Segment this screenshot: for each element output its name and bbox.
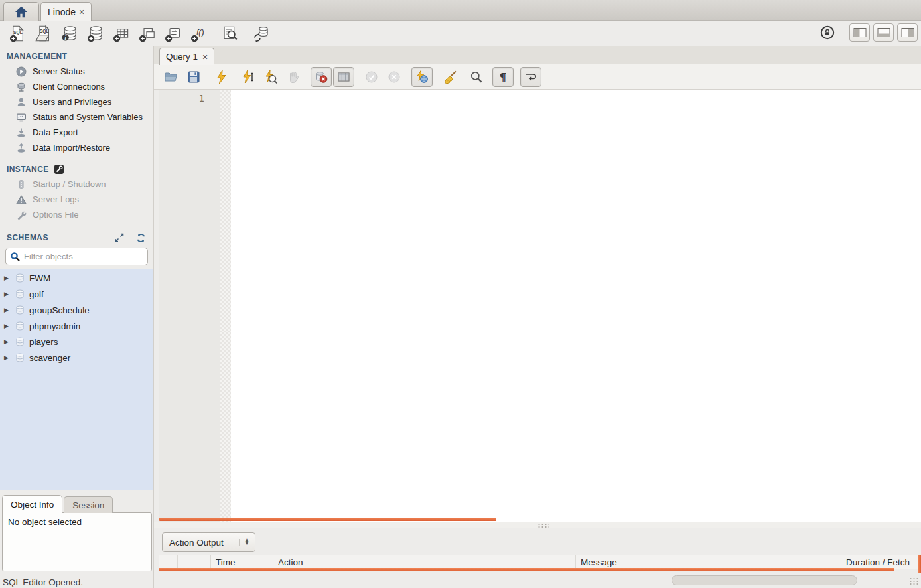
database-migration-button[interactable] xyxy=(248,23,274,44)
schema-inspector-button[interactable]: i xyxy=(56,23,82,44)
sidebar-item-options-file[interactable]: Options File xyxy=(0,207,153,222)
execute-button[interactable] xyxy=(211,67,232,87)
beautify-button[interactable] xyxy=(439,67,460,87)
schema-row-players[interactable]: ▶ players xyxy=(0,334,153,350)
toggle-left-sidebar-button[interactable] xyxy=(849,23,870,42)
tab-query-1[interactable]: Query 1 × xyxy=(159,48,214,65)
column-header-action[interactable]: Action xyxy=(273,555,576,569)
tab-object-info[interactable]: Object Info xyxy=(2,495,62,513)
instance-title-label: INSTANCE xyxy=(7,165,49,174)
rollback-button[interactable] xyxy=(384,67,405,87)
connection-tab-linode[interactable]: Linode × xyxy=(40,2,92,21)
sidebar-item-client-connections[interactable]: Client Connections xyxy=(0,79,153,94)
open-file-button[interactable] xyxy=(161,67,182,87)
create-view-button[interactable] xyxy=(134,23,160,44)
sidebar-item-data-import[interactable]: Data Import/Restore xyxy=(0,140,153,155)
schema-row-groupschedule[interactable]: ▶ groupSchedule xyxy=(0,302,153,318)
sidebar-item-users-privileges[interactable]: Users and Privileges xyxy=(0,94,153,110)
create-function-button[interactable]: f() xyxy=(186,23,212,44)
output-splitter[interactable] xyxy=(154,522,921,528)
save-script-button[interactable] xyxy=(183,67,204,87)
output-view-selector[interactable]: Action Output ▲▼ xyxy=(162,532,255,552)
schema-row-fwm[interactable]: ▶ FWM xyxy=(0,270,153,286)
create-procedure-button[interactable] xyxy=(160,23,186,44)
tab-session-label: Session xyxy=(72,500,104,510)
toggle-stop-on-error-button[interactable] xyxy=(311,67,332,87)
find-button[interactable] xyxy=(466,67,487,87)
execute-current-button[interactable] xyxy=(238,67,259,87)
chevron-right-icon[interactable]: ▶ xyxy=(4,291,11,297)
toolbar-right-controls xyxy=(819,23,918,42)
column-header-status[interactable] xyxy=(159,555,178,569)
explain-button[interactable] xyxy=(260,67,281,87)
query-tab-label: Query 1 xyxy=(166,52,198,62)
client-connections-icon xyxy=(16,82,27,92)
column-header-message[interactable]: Message xyxy=(576,555,841,569)
search-data-icon xyxy=(221,25,239,42)
filter-search-icon xyxy=(10,252,21,262)
toggle-invisibles-button[interactable]: ¶ xyxy=(492,67,514,87)
open-sql-script-button[interactable]: SQL xyxy=(31,23,56,44)
search-data-button[interactable] xyxy=(217,23,243,44)
toggle-right-sidebar-button[interactable] xyxy=(897,23,918,42)
open-sql-script-icon: SQL xyxy=(35,25,52,42)
chevron-right-icon[interactable]: ▶ xyxy=(4,338,11,345)
toggle-bottom-panel-button[interactable] xyxy=(873,23,894,42)
sidebar-item-label: Status and System Variables xyxy=(33,112,143,122)
fold-margin xyxy=(220,90,231,522)
schema-row-golf[interactable]: ▶ golf xyxy=(0,286,153,302)
save-icon xyxy=(186,70,201,84)
new-sql-tab-button[interactable]: SQL xyxy=(5,23,31,44)
schema-db-icon xyxy=(15,305,25,315)
chevron-right-icon[interactable]: ▶ xyxy=(4,323,11,329)
instance-section-title: INSTANCE xyxy=(7,163,153,175)
close-icon[interactable]: × xyxy=(202,52,208,62)
window-resize-grip[interactable] xyxy=(909,577,919,585)
tab-session[interactable]: Session xyxy=(64,496,113,513)
column-header-time[interactable]: Time xyxy=(211,555,273,569)
schema-tree: ▶ FWM ▶ golf ▶ xyxy=(0,269,153,490)
sql-editor[interactable]: 1 xyxy=(159,90,921,522)
sidebar-item-system-variables[interactable]: Status and System Variables xyxy=(0,110,153,125)
rollback-x-icon xyxy=(387,70,401,84)
close-icon[interactable]: × xyxy=(79,7,84,17)
chevron-right-icon[interactable]: ▶ xyxy=(4,354,11,361)
splitter-grip[interactable] xyxy=(537,523,549,528)
home-tab[interactable] xyxy=(3,2,39,21)
pilcrow-icon: ¶ xyxy=(500,70,507,84)
sidebar-item-startup-shutdown[interactable]: Startup / Shutdown xyxy=(0,177,153,192)
output-vertical-scrollbar[interactable] xyxy=(918,555,921,573)
create-schema-button[interactable] xyxy=(82,23,108,44)
sidebar-item-label: Server Status xyxy=(33,66,85,76)
refresh-icon[interactable] xyxy=(136,233,146,243)
schema-label: groupSchedule xyxy=(29,305,90,315)
schema-db-icon xyxy=(15,321,25,331)
commit-button[interactable] xyxy=(361,67,382,87)
chevron-right-icon[interactable]: ▶ xyxy=(4,275,11,281)
sidebar-item-data-export[interactable]: Data Export xyxy=(0,125,153,140)
column-header-index[interactable] xyxy=(178,555,211,569)
toggle-wrap-button[interactable] xyxy=(520,67,541,87)
bottom-scrollbar-thumb[interactable] xyxy=(672,575,857,585)
schema-filter-input[interactable] xyxy=(24,252,143,261)
schema-row-phpmyadmin[interactable]: ▶ phpmyadmin xyxy=(0,318,153,334)
beautify-broom-icon xyxy=(443,70,457,84)
sidebar-item-server-logs[interactable]: Server Logs xyxy=(0,192,153,207)
chevron-right-icon[interactable]: ▶ xyxy=(4,307,11,313)
tab-object-info-label: Object Info xyxy=(11,500,54,510)
schema-inspector-icon: i xyxy=(60,25,78,42)
editor-horizontal-scrollbar[interactable] xyxy=(159,518,496,521)
expand-panel-icon[interactable] xyxy=(115,233,124,242)
stop-button[interactable] xyxy=(283,67,304,87)
create-table-button[interactable] xyxy=(108,23,134,44)
limit-rows-button[interactable] xyxy=(333,67,354,87)
toggle-autocommit-button[interactable] xyxy=(411,67,433,87)
output-horizontal-scrollbar[interactable] xyxy=(159,568,894,571)
sidebar-item-label: Data Import/Restore xyxy=(33,143,110,153)
database-migration-icon xyxy=(252,25,270,42)
sidebar-item-server-status[interactable]: Server Status xyxy=(0,64,153,79)
left-panel-icon xyxy=(853,27,867,38)
schema-label: scavenger xyxy=(29,353,70,363)
schema-row-scavenger[interactable]: ▶ scavenger xyxy=(0,350,153,366)
column-header-duration[interactable]: Duration / Fetch xyxy=(841,555,921,569)
